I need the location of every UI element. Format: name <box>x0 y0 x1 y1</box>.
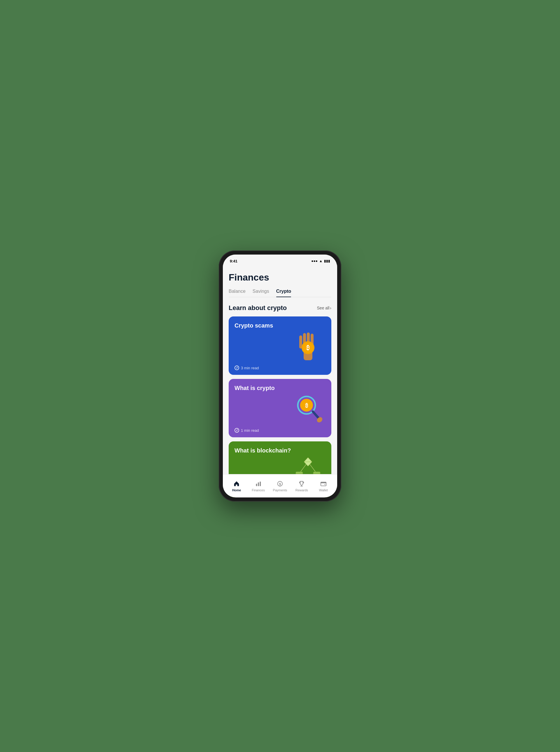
status-bar: 9:41 ●●● ▲ ▮▮▮ <box>223 254 337 267</box>
section-header: Learn about crypto See all › <box>229 304 331 312</box>
svg-text:₿: ₿ <box>306 345 309 351</box>
read-time: 3 min read <box>241 366 259 370</box>
phone-frame: 9:41 ●●● ▲ ▮▮▮ Finances Balance Savings … <box>219 250 341 502</box>
card-what-is-crypto[interactable]: What is crypto ₿ <box>229 379 331 437</box>
clock-icon <box>235 428 239 432</box>
nav-item-rewards[interactable]: Rewards <box>291 480 313 492</box>
nav-item-wallet[interactable]: Wallet <box>313 480 334 492</box>
svg-text:₿: ₿ <box>305 403 308 408</box>
tabs-container: Balance Savings Crypto <box>229 289 331 297</box>
chevron-right-icon: › <box>330 306 331 310</box>
clock-icon <box>235 366 239 370</box>
nav-item-payments[interactable]: $ Payments <box>269 480 291 492</box>
card-content: Crypto scams <box>229 316 331 375</box>
phone-screen: 9:41 ●●● ▲ ▮▮▮ Finances Balance Savings … <box>223 254 337 498</box>
tab-savings[interactable]: Savings <box>253 289 269 297</box>
bottom-nav: Home Finances $ <box>223 474 337 498</box>
section-title: Learn about crypto <box>229 304 287 312</box>
nav-label-rewards: Rewards <box>296 488 308 492</box>
nav-label-wallet: Wallet <box>319 488 328 492</box>
status-icons: ●●● ▲ ▮▮▮ <box>311 259 330 263</box>
page-title: Finances <box>229 272 331 283</box>
card-meta: 3 min read <box>235 366 259 370</box>
status-time: 9:41 <box>230 259 237 263</box>
nav-label-payments: Payments <box>273 488 287 492</box>
tab-crypto[interactable]: Crypto <box>276 289 292 297</box>
nav-label-finances: Finances <box>252 488 265 492</box>
dollar-icon: $ <box>277 480 283 487</box>
svg-rect-27 <box>260 481 261 486</box>
hand-bitcoin-illustration: ₿ <box>285 316 331 375</box>
magnifier-bitcoin-illustration: ₿ <box>285 379 331 437</box>
wifi-icon: ▲ <box>319 259 323 263</box>
bar-chart-icon <box>255 480 262 487</box>
svg-rect-25 <box>256 484 257 486</box>
svg-point-32 <box>324 484 325 485</box>
signal-icon: ●●● <box>311 259 318 263</box>
home-icon <box>233 480 240 487</box>
card-crypto-scams[interactable]: Crypto scams <box>229 316 331 375</box>
trophy-icon <box>298 480 305 487</box>
wallet-icon <box>320 480 327 487</box>
svg-rect-26 <box>258 482 259 486</box>
read-time: 1 min read <box>241 428 259 432</box>
nav-item-home[interactable]: Home <box>226 480 247 492</box>
svg-text:$: $ <box>279 482 281 485</box>
battery-icon: ▮▮▮ <box>324 259 330 263</box>
svg-line-11 <box>313 411 319 418</box>
tab-balance[interactable]: Balance <box>229 289 245 297</box>
main-content: Finances Balance Savings Crypto Learn ab… <box>223 267 337 498</box>
see-all-link[interactable]: See all › <box>317 306 331 310</box>
svg-rect-31 <box>321 482 326 483</box>
card-meta: 1 min read <box>235 428 259 432</box>
nav-label-home: Home <box>232 488 241 492</box>
nav-item-finances[interactable]: Finances <box>247 480 269 492</box>
card-content: What is crypto ₿ <box>229 379 331 437</box>
